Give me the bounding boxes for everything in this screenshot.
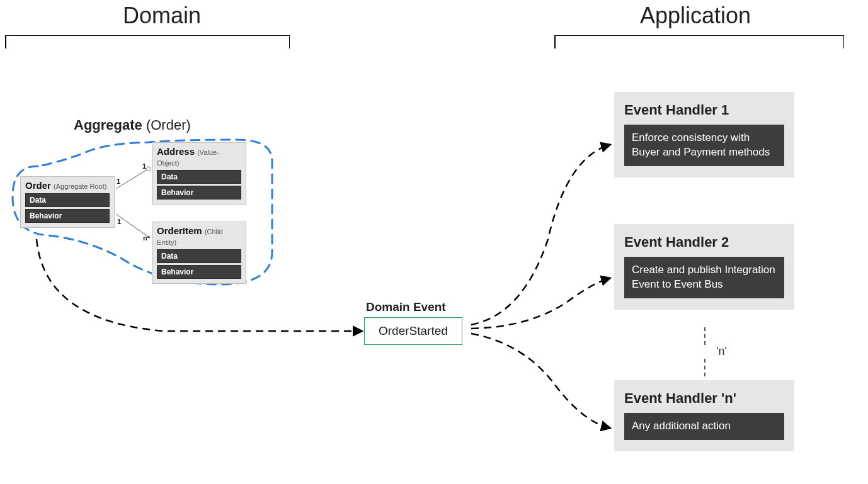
event-handler-2-body: Create and publish Integration Event to … [624,257,784,298]
domain-event-heading: Domain Event [366,300,446,314]
arrow-event-to-h1 [471,145,610,325]
entity-orderitem-data: Data [157,249,241,263]
entity-order-data: Data [25,193,110,207]
handlers-n-dash-bottom [704,359,705,376]
aggregate-label-bold: Aggregate [74,117,142,133]
aggregate-label-paren: (Order) [146,117,191,133]
arrow-event-to-h2 [471,278,610,329]
event-handler-1: Event Handler 1 Enforce consistency with… [614,92,794,177]
handlers-n-dash-top [704,327,705,345]
entity-orderitem-behavior: Behavior [157,265,241,279]
entity-order-behavior: Behavior [25,209,110,223]
event-handler-2-title: Event Handler 2 [624,234,784,250]
domain-event-box: OrderStarted [364,317,462,345]
entity-order-title: Order (Aggregate Root) [25,180,110,191]
entity-address-title: Address (Value-Object) [157,146,241,167]
application-section-title: Application [640,3,751,29]
entity-orderitem: OrderItem (Child Entity) Data Behavior [152,222,246,284]
rel-order-address [116,169,149,189]
cardinality-1c: 1 [117,218,121,225]
event-handler-1-title: Event Handler 1 [624,102,784,118]
domain-event-name: OrderStarted [379,324,448,337]
application-bracket [554,35,844,48]
event-handler-1-body: Enforce consistency with Buyer and Payme… [624,125,784,166]
event-handler-2: Event Handler 2 Create and publish Integ… [614,224,794,310]
entity-orderitem-title: OrderItem (Child Entity) [157,225,241,247]
event-handler-n-body: Any additional action [624,413,784,440]
aggregate-label: Aggregate (Order) [74,117,191,133]
cardinality-1a: 1 [117,177,120,185]
handlers-n-label: 'n' [716,345,727,358]
entity-order: Order (Aggregate Root) Data Behavior [20,176,115,228]
entity-address-data: Data [157,170,241,184]
domain-bracket [5,35,290,48]
domain-section-title: Domain [123,3,201,29]
event-handler-n: Event Handler 'n' Any additional action [614,380,794,451]
event-handler-n-title: Event Handler 'n' [624,390,784,407]
cardinality-n: n [143,234,147,242]
entity-address-behavior: Behavior [157,186,241,200]
entity-address: Address (Value-Object) Data Behavior [152,142,246,205]
cardinality-1b: 1 [142,162,146,170]
arrow-event-to-hn [471,334,610,428]
